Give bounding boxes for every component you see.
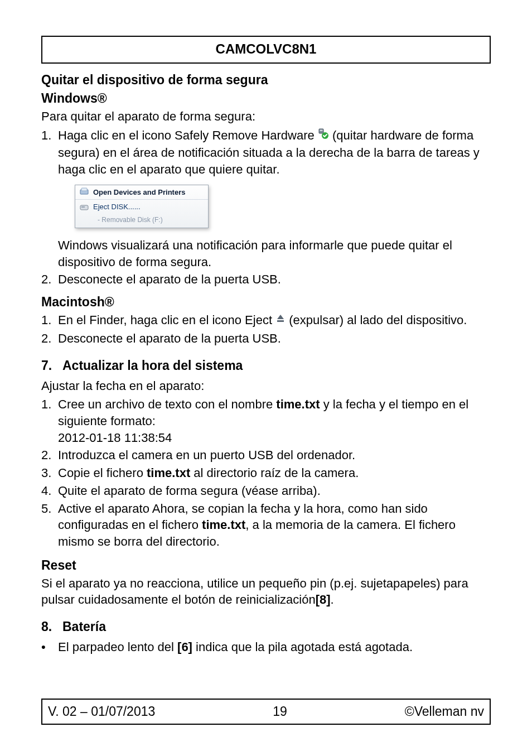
datetime-example: 2012-01-18 11:38:54 <box>58 430 491 446</box>
section-number: 7. <box>41 357 62 374</box>
section-number: 8. <box>41 618 62 635</box>
text: Si el aparato ya no reacciona, utilice u… <box>41 576 468 607</box>
list-marker: 1. <box>41 396 58 446</box>
ref: [6] <box>177 640 192 654</box>
windows-steps: 1. Haga clic en el icono Safely Remove H… <box>41 127 491 288</box>
heading-macintosh: Macintosh® <box>41 293 491 311</box>
popup-open-label: Open Devices and Printers <box>93 187 185 198</box>
list-marker: 1. <box>41 127 58 270</box>
popup-sub-label: Removable Disk (F:) <box>101 216 162 224</box>
filename: time.txt <box>147 466 190 480</box>
text: Copie el fichero <box>58 466 147 480</box>
s7-steps: 1. Cree un archivo de texto con el nombr… <box>41 396 491 550</box>
text: El parpadeo lento del <box>58 640 177 654</box>
s8-bullets: • El parpadeo lento del [6] indica que l… <box>41 639 491 656</box>
popup-sub-row: - Removable Disk (F:) <box>75 214 208 228</box>
popup-eject-row: Eject DISK...... <box>75 200 208 214</box>
text: . <box>331 593 334 606</box>
list-marker: 4. <box>41 483 58 499</box>
list-marker: 1. <box>41 312 58 329</box>
text: indica que la pila agotada está agotada. <box>192 640 413 654</box>
svg-rect-4 <box>81 188 87 191</box>
s7-step-4: 4. Quite el aparato de forma segura (véa… <box>41 483 491 499</box>
s7-step-5: 5. Active el aparato Ahora, se copian la… <box>41 500 491 550</box>
mac-step-1: 1. En el Finder, haga clic en el icono E… <box>41 312 491 329</box>
page-footer: V. 02 – 01/07/2013 19 ©Velleman nv <box>41 699 491 725</box>
list-body: Desconecte el aparato de la puerta USB. <box>58 330 491 347</box>
list-body: Desconecte el aparato de la puerta USB. <box>58 271 491 288</box>
s7-step-1: 1. Cree un archivo de texto con el nombr… <box>41 396 491 446</box>
text: (expulsar) al lado del dispositivo. <box>286 313 467 327</box>
document-title: CAMCOLVC8N1 <box>216 41 317 56</box>
section-title: Batería <box>62 619 106 634</box>
s7-step-2: 2. Introduzca el camera en un puerto USB… <box>41 447 491 464</box>
svg-rect-7 <box>277 320 284 322</box>
list-marker: 2. <box>41 330 58 347</box>
safely-remove-hardware-icon <box>318 127 329 144</box>
list-body: Introduzca el camera en un puerto USB de… <box>58 447 491 464</box>
safely-remove-popup: Open Devices and Printers Eject DISK....… <box>75 185 209 228</box>
list-marker: 2. <box>41 447 58 464</box>
reset-body: Si el aparato ya no reacciona, utilice u… <box>41 575 491 608</box>
text: Haga clic en el icono Safely Remove Hard… <box>58 128 318 142</box>
svg-rect-1 <box>320 129 322 131</box>
list-body: Cree un archivo de texto con el nombre t… <box>58 396 491 446</box>
filename: time.txt <box>276 397 320 411</box>
section-title: Actualizar la hora del sistema <box>62 358 243 373</box>
popup-eject-label: Eject DISK...... <box>93 202 141 212</box>
windows-step1-after: Windows visualizará una notificación par… <box>58 237 491 270</box>
footer-copyright: ©Velleman nv <box>405 703 484 720</box>
windows-step-1: 1. Haga clic en el icono Safely Remove H… <box>41 127 491 270</box>
bullet-marker: • <box>41 639 58 656</box>
list-marker: 2. <box>41 271 58 288</box>
popup-open-devices: Open Devices and Printers <box>75 185 208 200</box>
heading-windows: Windows® <box>41 90 491 107</box>
s7-intro: Ajustar la fecha en el aparato: <box>41 378 491 394</box>
windows-intro: Para quitar el aparato de forma segura: <box>41 108 491 125</box>
footer-page-number: 19 <box>273 703 287 720</box>
list-item: • El parpadeo lento del [6] indica que l… <box>41 639 491 656</box>
eject-icon <box>275 311 286 328</box>
footer-version-date: V. 02 – 01/07/2013 <box>48 703 155 720</box>
text: En el Finder, haga clic en el icono Ejec… <box>58 313 275 327</box>
list-marker: 3. <box>41 465 58 481</box>
devices-printers-icon <box>80 187 89 196</box>
mac-steps: 1. En el Finder, haga clic en el icono E… <box>41 312 491 347</box>
svg-rect-6 <box>81 206 85 208</box>
text: Cree un archivo de texto con el nombre <box>58 397 276 411</box>
heading-reset: Reset <box>41 557 491 574</box>
text: al directorio raíz de la camera. <box>190 466 359 480</box>
list-body: Quite el aparato de forma segura (véase … <box>58 483 491 499</box>
document-title-box: CAMCOLVC8N1 <box>41 36 491 64</box>
windows-step-2: 2. Desconecte el aparato de la puerta US… <box>41 271 491 288</box>
heading-section-8: 8.Batería <box>41 618 491 635</box>
mac-step-2: 2. Desconecte el aparato de la puerta US… <box>41 330 491 347</box>
filename: time.txt <box>202 518 245 532</box>
list-body: El parpadeo lento del [6] indica que la … <box>58 639 491 656</box>
list-body: Haga clic en el icono Safely Remove Hard… <box>58 127 491 270</box>
list-body: En el Finder, haga clic en el icono Ejec… <box>58 312 491 329</box>
disk-icon <box>80 203 89 211</box>
list-body: Active el aparato Ahora, se copian la fe… <box>58 500 491 550</box>
ref: [8] <box>316 593 331 606</box>
list-body: Copie el fichero time.txt al directorio … <box>58 465 491 481</box>
heading-section-7: 7.Actualizar la hora del sistema <box>41 357 491 374</box>
s7-step-3: 3. Copie el fichero time.txt al director… <box>41 465 491 481</box>
heading-safe-remove: Quitar el dispositivo de forma segura <box>41 71 491 89</box>
list-marker: 5. <box>41 500 58 550</box>
